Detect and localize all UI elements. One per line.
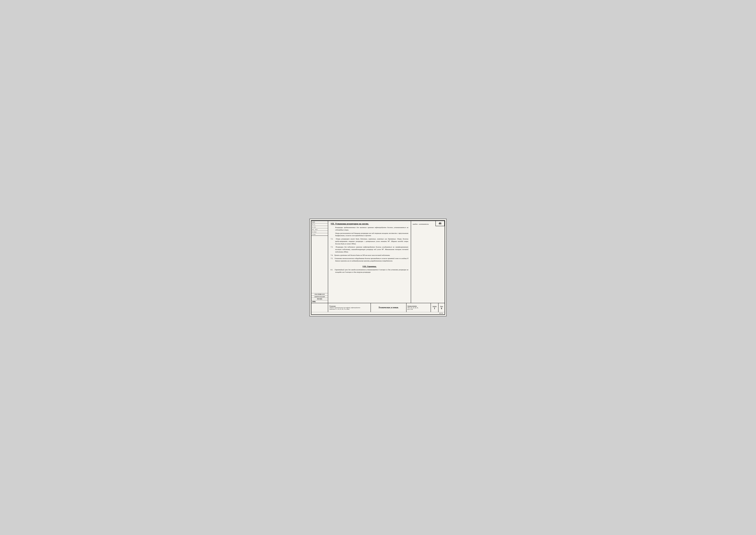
footer-desc-line2: сборные горизонтальные для нефтей, нефте… <box>329 307 369 308</box>
sidebar-role-1: Гл. инж.проекта <box>311 221 315 223</box>
footer-standards-label: Типовые проекты <box>407 305 430 307</box>
footer-description: Резервуары сборные горизонтальные для не… <box>328 303 371 312</box>
para-7-3: 7.3. Резервуары для подземного хранения … <box>331 246 408 253</box>
footer-title: Технические условия. <box>371 303 407 312</box>
sidebar-sign-4: Корин <box>314 228 318 231</box>
para-7-4: 7.4. Уровень грунтовых вод должен быть н… <box>331 254 408 257</box>
year-label: 1968г. <box>311 300 328 303</box>
page-number: 46 <box>439 222 442 225</box>
section8-title: VIII. Гарантии. <box>331 265 408 268</box>
para-intro: Резервуары предназначенные для наземного… <box>331 226 408 231</box>
footer-desc-line3: ёмкостью 3, 5, 10, 25, 50, 75 и 100м³ <box>329 308 369 310</box>
para-8-1: 8.1. Гарантийный срок для завода-изготов… <box>331 268 408 273</box>
right-panel: заводом – изготовителем. <box>411 221 445 303</box>
sidebar-role-3: Рук. темы <box>311 226 316 228</box>
footer-album-value: I <box>434 307 435 310</box>
page-number-box: 46 <box>436 221 445 226</box>
footer-sheet-value: 6 <box>441 307 442 310</box>
document-page: 46 Гл. инж.проекта Нач. отд. <box>310 219 446 316</box>
content-area: Гл. инж.проекта Нач. отд. Рук. темы Пров… <box>311 221 445 303</box>
sidebar-sign-3 <box>316 226 317 228</box>
main-text-content: VII. Установка резервуаров на месте. Рез… <box>328 221 411 303</box>
sidebar-sign-2 <box>316 223 317 226</box>
document-number-row: 82718 <box>311 312 445 314</box>
footer-sheet: Лист 6 <box>439 303 445 312</box>
sidebar-role-2: Нач. отд. <box>311 223 316 226</box>
outer-border: 46 Гл. инж.проекта Нач. отд. <box>311 220 445 315</box>
section7-title: VII. Установка резервуаров на месте. <box>331 222 408 225</box>
sidebar-sign-6 <box>316 233 317 236</box>
para-supports: Опоры располагаются под днищами резервуа… <box>331 232 408 237</box>
sidebar-role-5: Нач. Марин <box>311 231 317 233</box>
footer-row: Резервуары сборные горизонтальные для не… <box>311 303 445 312</box>
footer-standards-nums2: 46, 47, 48. <box>407 309 430 310</box>
footer-standards-nums1: 704-1-42, 43, 44, 45, <box>407 307 430 309</box>
footer-sheet-label: Лист <box>440 306 443 307</box>
org-tsnii: ЦНИИПРОМЗДАНИЙ <box>311 296 328 298</box>
sidebar-role-6: Составил <box>311 233 316 236</box>
footer-desc-line1: Резервуары <box>329 305 369 307</box>
sidebar-sign-5 <box>317 231 318 233</box>
footer-album-label: Альбом <box>433 305 437 307</box>
para-7-2: 7.2. Опоры резервуаров могут быть бетонн… <box>331 238 408 245</box>
footer-album: Альбом I <box>431 303 439 312</box>
org-moscow: МОСКВА <box>311 298 328 300</box>
footer-standards: Типовые проекты 704-1-42, 43, 44, 45, 46… <box>407 303 431 312</box>
sidebar-sign-1 <box>315 221 316 223</box>
para-7-5: 7.5. Установка технологического оборудов… <box>331 257 408 262</box>
sidebar-role-4: Пров. <box>311 228 314 231</box>
document-number: 82718 <box>440 313 443 314</box>
org-gosstroi: ГОССТРОЙ СССР <box>311 293 328 296</box>
footer-left-spacer <box>311 303 328 312</box>
left-sidebar: Гл. инж.проекта Нач. отд. Рук. темы Пров… <box>311 221 328 303</box>
